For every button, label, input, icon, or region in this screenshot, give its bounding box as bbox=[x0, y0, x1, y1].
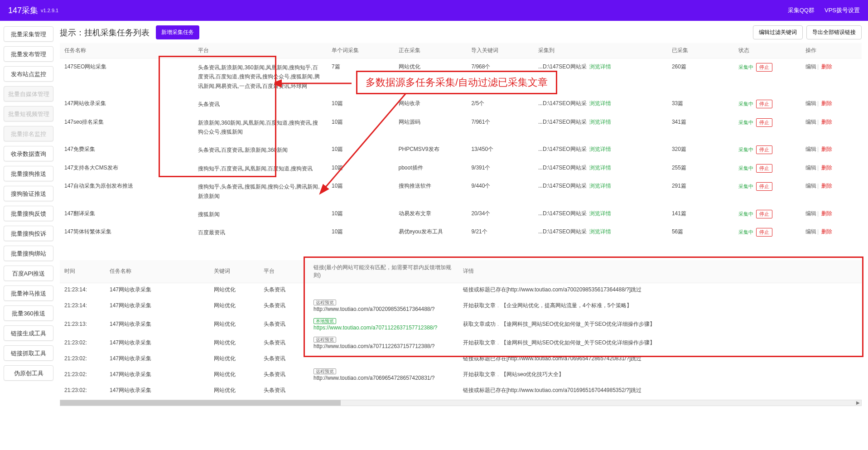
log-link[interactable]: http://www.toutiao.com/a7002098535617364… bbox=[313, 306, 435, 312]
log-col-time: 时间 bbox=[60, 260, 105, 283]
delete-link[interactable]: 删除 bbox=[821, 165, 832, 171]
horizontal-scrollbar[interactable]: ◀ ▶ bbox=[60, 400, 862, 406]
qq-group-link[interactable]: 采集QQ群 bbox=[788, 6, 815, 15]
cell-import-kw: 9/440个 bbox=[467, 178, 534, 205]
log-col-task: 任务名称 bbox=[105, 260, 209, 283]
sidebar-item[interactable]: 批量360推送 bbox=[4, 305, 53, 321]
cell-import-kw: 20/34个 bbox=[467, 205, 534, 223]
cell-op: 编辑|删除 bbox=[801, 58, 862, 96]
cell-collected: 255篇 bbox=[667, 160, 734, 178]
edit-link[interactable]: 编辑 bbox=[805, 165, 816, 171]
log-task: 147网站收录采集 bbox=[105, 283, 209, 296]
stop-button[interactable]: 停止 bbox=[756, 210, 772, 218]
browse-detail-link[interactable]: 浏览详情 bbox=[589, 119, 611, 125]
log-row: 21:23:14:147网站收录采集网站优化头条资讯远程预览http://www… bbox=[60, 296, 862, 315]
stop-button[interactable]: 停止 bbox=[756, 228, 772, 237]
log-link[interactable]: http://www.toutiao.com/a7071122637157712… bbox=[313, 343, 435, 349]
stop-button[interactable]: 停止 bbox=[756, 182, 772, 191]
app-version: v1.2.9.1 bbox=[41, 8, 58, 13]
cell-op: 编辑|删除 bbox=[801, 205, 862, 223]
cell-task-name: 147自动采集为原创发布推送 bbox=[60, 178, 193, 205]
table-row: 147简体转繁体采集百度最资讯10篇易优eyou发布工具9/21个...D:\1… bbox=[60, 223, 862, 242]
edit-link[interactable]: 编辑 bbox=[805, 119, 816, 125]
sidebar-item[interactable]: 搜狗验证推送 bbox=[4, 186, 53, 201]
delete-link[interactable]: 删除 bbox=[821, 228, 832, 235]
delete-link[interactable]: 删除 bbox=[821, 146, 832, 152]
sidebar-item[interactable]: 发布站点监控 bbox=[4, 66, 53, 82]
logs-table: 时间 任务名称 关键词 平台 链接(最小的网站可能没有匹配，如需要可群内反馈增加… bbox=[60, 260, 862, 397]
remote-preview-tag[interactable]: 远程预览 bbox=[313, 337, 336, 343]
log-col-keyword: 关键词 bbox=[209, 260, 259, 283]
delete-link[interactable]: 删除 bbox=[821, 100, 832, 106]
sidebar-item[interactable]: 批量采集管理 bbox=[4, 26, 53, 42]
export-error-links-button[interactable]: 导出全部错误链接 bbox=[806, 25, 862, 39]
browse-detail-link[interactable]: 浏览详情 bbox=[589, 146, 611, 152]
sidebar-item[interactable]: 批量搜狗投诉 bbox=[4, 226, 53, 241]
remote-preview-tag[interactable]: 远程预览 bbox=[313, 368, 336, 374]
local-preview-tag[interactable]: 本地预览 bbox=[313, 318, 336, 324]
remote-preview-tag[interactable]: 远程预览 bbox=[313, 300, 336, 305]
log-time: 21:23:13: bbox=[60, 315, 105, 334]
log-keyword: 网站优化 bbox=[209, 315, 259, 334]
sidebar-item: 批量排名监控 bbox=[4, 126, 53, 141]
sidebar-item[interactable]: 批量搜狗反馈 bbox=[4, 206, 53, 221]
log-platform: 头条资讯 bbox=[259, 334, 309, 352]
browse-detail-link[interactable]: 浏览详情 bbox=[589, 165, 611, 171]
edit-link[interactable]: 编辑 bbox=[805, 183, 816, 189]
cell-op: 编辑|删除 bbox=[801, 160, 862, 178]
delete-link[interactable]: 删除 bbox=[821, 119, 832, 125]
scroll-right-icon[interactable]: ▶ bbox=[855, 400, 861, 406]
scroll-thumb[interactable] bbox=[60, 400, 341, 406]
log-keyword: 网站优化 bbox=[209, 296, 259, 315]
stop-button[interactable]: 停止 bbox=[756, 63, 772, 72]
browse-detail-link[interactable]: 浏览详情 bbox=[589, 100, 611, 106]
stop-button[interactable]: 停止 bbox=[756, 164, 772, 173]
sidebar-item[interactable]: 百度API推送 bbox=[4, 266, 53, 281]
cell-platform: 头条资讯 bbox=[193, 95, 327, 113]
log-link[interactable]: https://www.toutiao.com/a707112263715771… bbox=[313, 324, 438, 331]
add-task-button[interactable]: 新增采集任务 bbox=[156, 25, 199, 39]
stop-button[interactable]: 停止 bbox=[756, 100, 772, 108]
delete-link[interactable]: 删除 bbox=[821, 183, 832, 189]
log-col-detail: 详情 bbox=[458, 260, 862, 283]
status-badge: 采集中 bbox=[738, 211, 753, 218]
edit-link[interactable]: 编辑 bbox=[805, 228, 816, 235]
stop-button[interactable]: 停止 bbox=[756, 145, 772, 154]
sidebar-item[interactable]: 收录数据查询 bbox=[4, 146, 53, 161]
col-status: 状态 bbox=[734, 43, 801, 58]
browse-detail-link[interactable]: 浏览详情 bbox=[589, 63, 611, 70]
browse-detail-link[interactable]: 浏览详情 bbox=[589, 228, 611, 235]
sidebar-item[interactable]: 批量发布管理 bbox=[4, 46, 53, 62]
log-time: 21:23:02: bbox=[60, 352, 105, 365]
cell-task-name: 147SEO网站采集 bbox=[60, 58, 193, 96]
edit-filter-keywords-button[interactable]: 编辑过滤关键词 bbox=[753, 25, 803, 39]
cell-op: 编辑|删除 bbox=[801, 141, 862, 159]
browse-detail-link[interactable]: 浏览详情 bbox=[589, 210, 611, 217]
sidebar-item[interactable]: 伪原创工具 bbox=[4, 365, 53, 381]
delete-link[interactable]: 删除 bbox=[821, 210, 832, 217]
table-row: 147网站收录采集头条资讯10篇网站收录2/5个...D:\147SEO网站采浏… bbox=[60, 95, 862, 113]
sidebar-item[interactable]: 批量搜狗绑站 bbox=[4, 246, 53, 261]
log-platform: 头条资讯 bbox=[259, 315, 309, 334]
edit-link[interactable]: 编辑 bbox=[805, 146, 816, 152]
browse-detail-link[interactable]: 浏览详情 bbox=[589, 183, 611, 189]
sidebar: 批量采集管理批量发布管理发布站点监控批量自媒体管理批量短视频管理批量排名监控收录… bbox=[0, 21, 57, 411]
edit-link[interactable]: 编辑 bbox=[805, 210, 816, 217]
col-op: 操作 bbox=[801, 43, 862, 58]
sidebar-item[interactable]: 链接生成工具 bbox=[4, 325, 53, 341]
log-link[interactable]: http://www.toutiao.com/a7069654728657420… bbox=[313, 375, 435, 381]
edit-link[interactable]: 编辑 bbox=[805, 100, 816, 106]
vps-settings-link[interactable]: VPS拨号设置 bbox=[825, 6, 860, 15]
sidebar-item[interactable]: 批量神马推送 bbox=[4, 285, 53, 301]
cell-op: 编辑|删除 bbox=[801, 114, 862, 141]
sidebar-item[interactable]: 批量搜狗推送 bbox=[4, 166, 53, 181]
stop-button[interactable]: 停止 bbox=[756, 118, 772, 127]
cell-status: 采集中停止 bbox=[734, 160, 801, 178]
table-row: 147翻译采集搜狐新闻10篇动易发布文章20/34个...D:\147SEO网站… bbox=[60, 205, 862, 223]
delete-link[interactable]: 删除 bbox=[821, 63, 832, 70]
log-detail: 链接或标题已存在[http://www.toutiao.com/a7069654… bbox=[458, 352, 862, 365]
edit-link[interactable]: 编辑 bbox=[805, 63, 816, 70]
sidebar-item[interactable]: 链接抓取工具 bbox=[4, 345, 53, 361]
cell-collect-to: ...D:\147SEO网站采浏览详情 bbox=[534, 178, 667, 205]
cell-collecting: 动易发布文章 bbox=[394, 205, 467, 223]
